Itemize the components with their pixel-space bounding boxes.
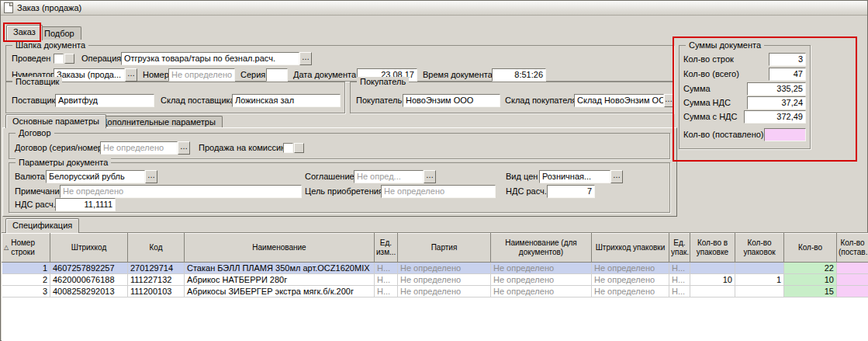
buyer-field[interactable]: НовоЭнзим ООО	[403, 94, 500, 107]
currency-picker-button[interactable]: …	[145, 170, 157, 183]
table-cell[interactable]: 4620000676188	[50, 274, 128, 286]
table-row[interactable]: 3 4008258292013 111200103 Абрикосы ЗИБЕР…	[2, 286, 868, 298]
column-header[interactable]: Кол-во упаковок	[735, 234, 784, 263]
purpose-field[interactable]: Не определено	[381, 185, 496, 198]
table-cell[interactable]	[837, 286, 868, 298]
series-field[interactable]	[266, 68, 288, 82]
column-header[interactable]: Наименование	[185, 234, 375, 263]
table-cell[interactable]: Абрикосы ЗИБЕРГЕР экстра мягк.б/к.200г	[185, 286, 375, 298]
table-cell[interactable]: Не определено	[398, 274, 491, 286]
table-cell[interactable]: Не определено	[592, 274, 669, 286]
table-cell[interactable]	[837, 263, 868, 274]
table-cell[interactable]: 15	[784, 286, 837, 298]
lines-count-field[interactable]: 3	[769, 53, 806, 66]
price-type-picker-button[interactable]: …	[610, 170, 623, 183]
table-cell[interactable]: 111227132	[128, 274, 185, 286]
numerator-field[interactable]: Заказы (прода...	[54, 68, 125, 82]
table-cell[interactable]: 4008258292013	[50, 286, 128, 298]
column-header[interactable]: Ед. изм...	[375, 234, 398, 263]
table-cell[interactable]: Не определено	[491, 274, 592, 286]
table-cell[interactable]	[690, 263, 735, 274]
delivered-qty-field[interactable]	[764, 128, 806, 141]
buyer-warehouse-field[interactable]: Склад НовоЭнзим ООО	[574, 94, 664, 107]
tab-podbor[interactable]: Подбор	[37, 26, 81, 40]
table-cell[interactable]: Н...	[669, 274, 690, 286]
operation-picker-button[interactable]: …	[299, 52, 312, 65]
column-header[interactable]: Штрихкод упаковки	[592, 234, 669, 263]
column-header[interactable]: Ед. упак...	[669, 234, 690, 263]
note-field[interactable]: Не определено	[60, 185, 302, 198]
delivered-qty-label: Кол-во (поставлено)	[683, 128, 764, 141]
numerator-picker-button[interactable]: …	[125, 68, 137, 82]
table-cell[interactable]: Абрикос НАТБЕРРИ 280г	[185, 274, 375, 286]
table-cell[interactable]: Не определено	[592, 286, 669, 298]
vat-sum-field[interactable]: 37,24	[747, 96, 806, 110]
buyer-warehouse-picker-button[interactable]: …	[664, 94, 673, 107]
table-header-row: △Номер строки Штрихкод Код Наименование …	[2, 234, 868, 263]
table-cell[interactable]	[735, 286, 784, 298]
table-row[interactable]: 1 4607257892257 270129714 Стакан БЭЛЛ ПЛ…	[2, 263, 868, 274]
price-type-field[interactable]: Розничная...	[539, 170, 610, 183]
table-cell[interactable]: 22	[784, 263, 837, 274]
table-cell[interactable]: Не определено	[398, 263, 491, 274]
proveden-modifier-button[interactable]	[64, 54, 74, 64]
agreement-picker-button[interactable]: …	[424, 170, 436, 183]
table-cell[interactable]: Не определено	[398, 286, 491, 298]
table-cell[interactable]: 4607257892257	[50, 263, 128, 274]
table-cell[interactable]: Н...	[375, 286, 398, 298]
vat-calc-field[interactable]: 7	[547, 185, 595, 198]
tab-extra-params[interactable]: Дополнительные параметры	[95, 116, 223, 127]
number-field[interactable]: Не определено	[168, 68, 235, 82]
table-cell[interactable]: 10	[784, 274, 837, 286]
table-cell[interactable]: Не определено	[491, 286, 592, 298]
tab-specification[interactable]: Спецификация	[5, 218, 79, 233]
supplier-field[interactable]: Арвитфуд	[55, 94, 154, 107]
table-cell[interactable]: 111200103	[128, 286, 185, 298]
supplier-warehouse-field[interactable]: Ложинская зал	[232, 94, 341, 107]
agreement-field[interactable]: Не опред...	[354, 170, 424, 183]
commission-checkbox[interactable]	[283, 143, 293, 153]
table-cell[interactable]: 270129714	[128, 263, 185, 274]
table-cell[interactable]: 2	[2, 274, 50, 286]
titlebar[interactable]: Заказ (продажа)	[1, 1, 867, 16]
table-cell[interactable]: Стакан БЭЛЛ ПЛАМЯ 350мл арт.OCZ1620MIX	[185, 263, 375, 274]
column-header[interactable]: Кол-во (постав...	[837, 234, 868, 263]
column-header[interactable]: Код	[128, 234, 185, 263]
sum-with-vat-field[interactable]: 372,49	[744, 110, 806, 124]
table-cell[interactable]: Не определено	[592, 263, 669, 274]
table-cell[interactable]: 10	[690, 274, 735, 286]
table-cell[interactable]	[735, 263, 784, 274]
table-cell[interactable]: 3	[2, 286, 50, 298]
table-cell[interactable]: Н...	[669, 286, 690, 298]
contract-field[interactable]: Не определено	[100, 141, 178, 155]
operation-label: Операция	[81, 52, 121, 65]
commission-modifier-button[interactable]	[294, 143, 304, 153]
table-cell[interactable]	[690, 286, 735, 298]
proveden-checkbox[interactable]	[54, 54, 64, 64]
time-field[interactable]: 8:51:26	[492, 68, 546, 82]
column-header[interactable]: Партия	[398, 234, 491, 263]
table-cell[interactable]: Н...	[375, 263, 398, 274]
table-cell[interactable]: Н...	[669, 263, 690, 274]
table-cell[interactable]: Не определено	[491, 263, 592, 274]
column-header[interactable]: △Номер строки	[2, 234, 50, 263]
vat-calc2-field[interactable]: 11,1111	[55, 198, 116, 211]
table-cell[interactable]: Н...	[375, 274, 398, 286]
column-header[interactable]: Кол-во в упаковке	[690, 234, 735, 263]
column-header[interactable]: Наименование (для документов)	[491, 234, 592, 263]
currency-field[interactable]: Белорусский рубль	[46, 170, 145, 183]
table-cell[interactable]: 1	[2, 263, 50, 274]
tab-zakaz[interactable]: Заказ	[6, 25, 43, 40]
table-cell[interactable]	[837, 274, 868, 286]
sum-field[interactable]: 335,25	[747, 82, 806, 96]
total-qty-field[interactable]: 47	[769, 68, 806, 81]
tab-main-params[interactable]: Основные параметры	[5, 114, 106, 128]
column-header[interactable]: Кол-во	[784, 234, 837, 263]
contract-picker-button[interactable]: …	[178, 141, 190, 155]
column-header[interactable]: Штрихкод	[50, 234, 128, 263]
table-row[interactable]: 2 4620000676188 111227132 Абрикос НАТБЕР…	[2, 274, 868, 286]
table-cell[interactable]: 1	[735, 274, 784, 286]
specification-table: △Номер строки Штрихкод Код Наименование …	[2, 232, 868, 341]
operation-field[interactable]: Отгрузка товара/тары по безнал.расч.	[121, 52, 299, 65]
group-doc-params-title: Параметры документа	[16, 158, 111, 168]
